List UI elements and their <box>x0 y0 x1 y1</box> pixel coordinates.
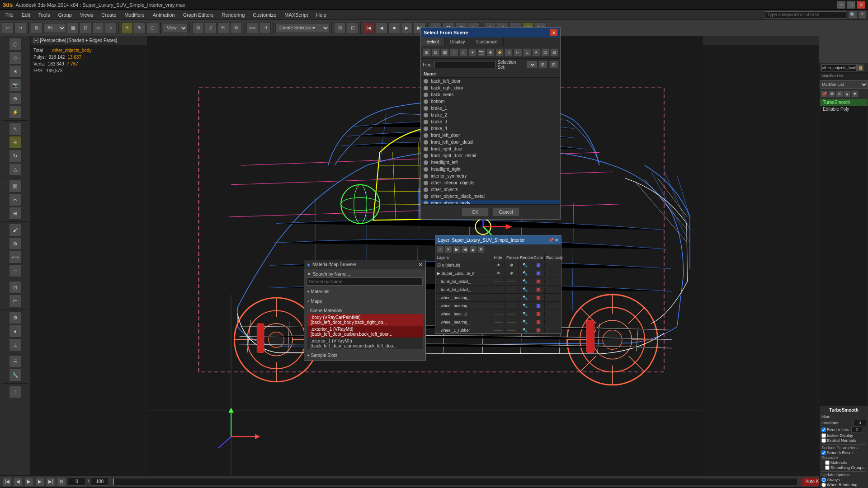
dialog-close-button[interactable]: ✕ <box>550 29 557 36</box>
menu-maxscript[interactable]: MAXScript <box>281 11 311 19</box>
dialog-item-back-right-door[interactable]: back_right_door <box>421 84 560 91</box>
dialog-item-other-objects-black-metal[interactable]: other_objects_black_metal <box>421 193 560 200</box>
go-to-start-button[interactable]: |◀ <box>3 477 12 486</box>
layer-freeze-trunk-2[interactable]: —— <box>505 287 519 292</box>
lt-align[interactable]: ⊣ <box>9 264 22 277</box>
layer-radiosity-wh1[interactable] <box>545 297 561 298</box>
layer-freeze-wh2[interactable]: —— <box>505 303 519 309</box>
dialog-item-brake-2[interactable]: brake_2 <box>421 112 560 118</box>
menu-customize[interactable]: Customize <box>249 11 280 19</box>
dlg-tb-btn-3[interactable]: ▦ <box>441 48 449 56</box>
lt-bind[interactable]: ⊞ <box>9 207 22 220</box>
dialog-item-front-left-door-detail[interactable]: front_left_door_detail <box>421 139 560 145</box>
dialog-item-front-right-door-detail[interactable]: front_right_door_detail <box>421 152 560 159</box>
circle-select-button[interactable]: ○ <box>105 22 117 34</box>
lt-select[interactable]: ↖ <box>9 122 22 135</box>
scale-button[interactable]: ⬡ <box>146 22 158 34</box>
dialog-item-back-seats[interactable]: back_seats <box>421 91 560 98</box>
layer-color-wh1[interactable] <box>532 295 545 300</box>
layer-color-wr[interactable] <box>532 328 545 333</box>
layer-hide-wh2[interactable]: —— <box>492 303 505 309</box>
dlg-tb-btn-10[interactable]: ⊣ <box>505 48 513 56</box>
dlg-tb-btn-4[interactable]: ○ <box>450 48 458 56</box>
lt-question[interactable]: ? <box>9 385 22 398</box>
lt-link[interactable]: ⛓ <box>9 180 22 192</box>
layers-move-down-button[interactable]: ▼ <box>477 246 485 253</box>
align-button[interactable]: ⊣ <box>259 22 271 34</box>
dlg-tb-btn-11[interactable]: ⊢ <box>514 48 522 56</box>
mat-maps-header[interactable]: + Maps <box>307 298 423 305</box>
isoline-checkbox[interactable] <box>821 433 826 438</box>
dlg-tb-btn-13[interactable]: ✦ <box>532 48 540 56</box>
layer-hide-trunk-1[interactable]: —— <box>492 279 505 284</box>
mat-materials-header[interactable]: + Materials <box>307 288 423 295</box>
select-filter-button[interactable]: ⊞ <box>31 22 42 34</box>
prev-frame-button[interactable]: ◀ <box>14 477 23 486</box>
lt-unlink[interactable]: ✂ <box>9 193 22 206</box>
layer-color-trunk-2[interactable] <box>532 287 545 292</box>
modifier-editable-poly[interactable]: Editable Poly <box>820 106 868 113</box>
modifier-list-dropdown[interactable]: Modifier List <box>820 80 868 89</box>
stop-button[interactable]: ■ <box>388 22 400 34</box>
mat-search-input[interactable] <box>307 277 423 286</box>
key-mode-button[interactable]: ⊟ <box>57 477 66 486</box>
dialog-item-back-left-door[interactable]: back_left_door <box>421 78 560 84</box>
smoothing-groups-checkbox[interactable] <box>825 465 830 470</box>
mat-item-interior[interactable]: .interior_1 (VRayMtl) [back_left_door_al… <box>307 338 423 349</box>
menu-edit[interactable]: Edit <box>18 11 34 19</box>
stack-pin-button[interactable]: 📌 <box>821 90 828 98</box>
find-input[interactable] <box>434 61 495 68</box>
layer-color-wh2[interactable] <box>532 303 545 309</box>
spinner-snap-button[interactable]: ⚙ <box>230 22 242 34</box>
search-input[interactable] <box>765 11 846 19</box>
layer-render-default[interactable]: 🔦 <box>519 263 532 268</box>
layer-hide-default[interactable]: 👁 <box>492 263 505 268</box>
layers-move-up-button[interactable]: ▲ <box>469 246 476 253</box>
dlg-tb-btn-2[interactable]: ⊟ <box>432 48 440 56</box>
lt-cameras[interactable]: 📷 <box>9 79 22 91</box>
layers-pin-button[interactable]: 📌 <box>548 238 554 243</box>
lt-mirror[interactable]: ⟺ <box>9 251 22 263</box>
layer-radiosity-trunk-1[interactable] <box>545 281 561 282</box>
lt-hierarchy[interactable]: ⊥ <box>9 338 22 351</box>
layer-render-wr[interactable]: 🔦 <box>519 328 532 333</box>
next-frame-button[interactable]: ▶ <box>35 477 44 486</box>
lt-spacewarps[interactable]: ⚡ <box>9 106 22 118</box>
mat-item-body[interactable]: .body (VRayCarPaintMtl) [back_left_door_… <box>307 314 423 326</box>
dialog-item-brake-1[interactable]: brake_1 <box>421 105 560 112</box>
lt-create-geometry[interactable]: ⬡ <box>9 38 22 51</box>
layer-radiosity-wh3[interactable] <box>545 314 561 314</box>
lt-rotate[interactable]: ↻ <box>9 150 22 162</box>
dialog-item-front-left-door[interactable]: front_left_door <box>421 132 560 139</box>
menu-rendering[interactable]: Rendering <box>218 11 249 19</box>
lt-ik[interactable]: ⊢ <box>9 295 22 307</box>
timeline-track[interactable] <box>113 478 798 485</box>
select-move-button[interactable]: ✛ <box>121 22 133 34</box>
dlg-tb-btn-15[interactable]: ⊞ <box>550 48 558 56</box>
dialog-tab-display[interactable]: Display <box>445 38 471 46</box>
select-by-name-button[interactable]: ⊟ <box>80 22 91 34</box>
redo-button[interactable]: ↪ <box>14 22 26 34</box>
lt-motion[interactable]: ● <box>9 325 22 338</box>
play-back-button[interactable]: ◀ <box>376 22 387 34</box>
lt-bone[interactable]: ⊡ <box>9 281 22 294</box>
dlg-tb-btn-1[interactable]: ⊞ <box>423 48 431 56</box>
layer-render-trunk-2[interactable]: 🔦 <box>519 287 532 292</box>
layer-freeze-wh4[interactable]: —— <box>505 319 519 325</box>
menu-graph-editors[interactable]: Graph Editors <box>179 11 217 19</box>
search-button[interactable]: 🔍 <box>848 11 857 19</box>
layer-hide-wr[interactable]: —— <box>492 328 505 333</box>
smooth-result-checkbox[interactable] <box>821 450 826 455</box>
layers-add-sel-button[interactable]: ▶ <box>453 246 460 253</box>
selection-set-dropdown[interactable]: Create Selection▾ <box>275 23 330 33</box>
dialog-item-headlight-left[interactable]: headlight_left <box>421 159 560 166</box>
select-filter-dropdown[interactable]: All <box>43 23 66 33</box>
layer-render-super[interactable]: 🔦 <box>519 271 532 276</box>
layer-radiosity-wh2[interactable] <box>545 305 561 306</box>
mat-search-header[interactable]: ▼ Search by Name ... <box>307 271 423 277</box>
go-to-end-button[interactable]: ▶| <box>46 477 55 486</box>
mat-item-exterior[interactable]: .exterior_1 (VRayMtl) [back_left_door_ca… <box>307 326 423 338</box>
menu-views[interactable]: Views <box>76 11 97 19</box>
dialog-item-other-interior[interactable]: other_interior_objects <box>421 179 560 186</box>
selection-set-btn-1[interactable]: ⊞ <box>538 61 547 69</box>
